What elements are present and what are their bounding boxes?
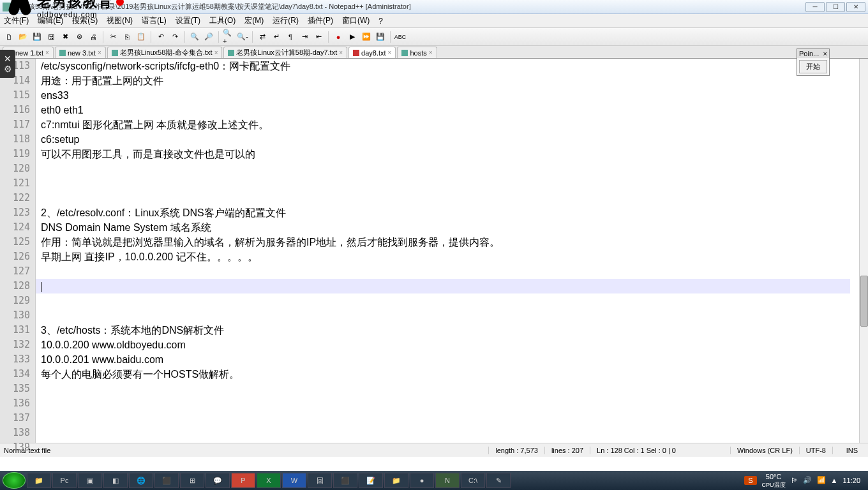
menu-item[interactable]: 文件(F): [4, 15, 29, 26]
task-app6[interactable]: ⊞: [180, 473, 204, 488]
task-ppt[interactable]: P: [231, 473, 255, 488]
code-line[interactable]: 可以不用图形工具，而是直接改文件也是可以的: [41, 147, 859, 161]
menu-item[interactable]: 搜索(S): [72, 15, 98, 26]
code-line[interactable]: [41, 440, 859, 455]
code-line[interactable]: 3、/etc/hosts：系统本地的DNS解析文件: [41, 323, 859, 338]
tray-time[interactable]: 11:20: [842, 477, 860, 484]
code-line[interactable]: 作用：简单说就是把浏览器里输入的域名，解析为服务器的IP地址，然后才能找到服务器…: [41, 235, 859, 249]
save-icon[interactable]: 💾: [31, 31, 43, 43]
code-line[interactable]: [41, 396, 859, 411]
showall-icon[interactable]: ¶: [284, 31, 297, 43]
task-cmd[interactable]: C:\: [461, 473, 485, 488]
indent-icon[interactable]: ⇥: [298, 31, 311, 43]
code-line[interactable]: 用途：用于配置上网的文件: [41, 73, 859, 88]
code-line[interactable]: eth0 eth1: [41, 103, 859, 117]
code-line[interactable]: 10.0.0.200 www.oldboyedu.com: [41, 338, 859, 352]
saveall-icon[interactable]: 🖫: [45, 31, 57, 43]
menu-item[interactable]: 语言(L): [142, 15, 167, 26]
code-line[interactable]: c6:setup: [41, 132, 859, 147]
code-line[interactable]: 早期上网 直接IP，10.0.0.200 记不住。。。。。: [41, 249, 859, 264]
task-app7[interactable]: 💬: [206, 473, 230, 488]
code-line[interactable]: [41, 161, 859, 176]
zoomin-icon[interactable]: 🔍+: [222, 31, 235, 43]
minimize-button[interactable]: ─: [805, 2, 825, 12]
side-handle[interactable]: ✕ ⚙: [0, 50, 15, 78]
close-button[interactable]: ✕: [846, 2, 865, 12]
task-excel[interactable]: X: [257, 473, 281, 488]
code-area[interactable]: /etc/sysconfig/network-scripts/ifcfg-eth…: [36, 59, 859, 443]
code-line[interactable]: [41, 426, 859, 440]
new-icon[interactable]: 🗋: [3, 31, 15, 43]
cut-icon[interactable]: ✂: [107, 31, 119, 43]
float-start-button[interactable]: 开始: [799, 60, 827, 73]
code-line[interactable]: [41, 191, 859, 205]
task-word[interactable]: W: [282, 473, 306, 488]
task-app1[interactable]: Pc: [52, 473, 77, 488]
tab[interactable]: 老男孩Linux云计算58期-day7.txt×: [223, 47, 347, 58]
float-panel[interactable]: Poin...× 开始: [797, 48, 830, 76]
menu-item[interactable]: ?: [378, 17, 383, 26]
task-app2[interactable]: ▣: [78, 473, 102, 488]
maximize-button[interactable]: ☐: [826, 2, 845, 12]
code-line[interactable]: [41, 411, 859, 426]
code-line[interactable]: c7:nmtui 图形化配置上网 本质就是修改上述文件。: [41, 117, 859, 132]
open-icon[interactable]: 📂: [17, 31, 29, 43]
task-app4[interactable]: 🌐: [129, 473, 153, 488]
tab-close-icon[interactable]: ×: [339, 49, 343, 56]
float-close-icon[interactable]: ×: [823, 50, 827, 57]
print-icon[interactable]: 🖨: [87, 31, 100, 43]
task-app3[interactable]: ◧: [103, 473, 128, 488]
tab-close-icon[interactable]: ×: [388, 49, 392, 56]
task-notes[interactable]: 📝: [359, 473, 383, 488]
menu-item[interactable]: 窗口(W): [342, 15, 370, 26]
sync-icon[interactable]: ⇄: [256, 31, 269, 43]
tab[interactable]: new 3.txt×: [55, 47, 106, 58]
record-icon[interactable]: ●: [332, 31, 345, 43]
savemacro-icon[interactable]: 💾: [374, 31, 387, 43]
code-line[interactable]: 每个人的电脑必须要有一个HOSTS做解析。: [41, 367, 859, 382]
task-npp[interactable]: N: [435, 473, 460, 488]
task-explorer[interactable]: 📁: [27, 473, 51, 488]
code-line[interactable]: [41, 264, 859, 279]
menu-item[interactable]: 编辑(E): [38, 15, 63, 26]
tray-ime-icon[interactable]: S: [744, 476, 756, 485]
code-line[interactable]: [41, 279, 859, 293]
paste-icon[interactable]: 📋: [135, 31, 147, 43]
code-line[interactable]: ens33: [41, 88, 859, 103]
scroll-thumb[interactable]: [860, 276, 868, 327]
menu-item[interactable]: 运行(R): [273, 15, 299, 26]
tray-vol-icon[interactable]: 📶: [817, 476, 826, 484]
code-line[interactable]: /etc/sysconfig/network-scripts/ifcfg-eth…: [41, 59, 859, 73]
task-term[interactable]: ⬛: [333, 473, 357, 488]
play-icon[interactable]: ▶: [346, 31, 359, 43]
tray-up-icon[interactable]: ▲: [831, 477, 838, 484]
undo-icon[interactable]: ↶: [154, 31, 167, 43]
closeall-icon[interactable]: ⊗: [73, 31, 86, 43]
tab[interactable]: day8.txt×: [348, 47, 396, 58]
code-line[interactable]: [41, 382, 859, 396]
playmulti-icon[interactable]: ⏩: [360, 31, 373, 43]
outdent-icon[interactable]: ⇤: [312, 31, 325, 43]
code-line[interactable]: 10.0.0.201 www.baidu.com: [41, 352, 859, 367]
start-button[interactable]: [3, 472, 26, 489]
task-vm[interactable]: 回: [308, 473, 332, 488]
task-folder[interactable]: 📁: [384, 473, 408, 488]
task-edit[interactable]: ✎: [486, 473, 511, 488]
spellcheck-icon[interactable]: ABC: [394, 31, 407, 43]
menu-item[interactable]: 工具(O): [209, 15, 236, 26]
menu-item[interactable]: 插件(P): [308, 15, 333, 26]
tray-net-icon[interactable]: 🔊: [803, 476, 812, 484]
wrap-icon[interactable]: ↵: [270, 31, 283, 43]
replace-icon[interactable]: 🔎: [202, 31, 215, 43]
redo-icon[interactable]: ↷: [168, 31, 181, 43]
task-app5[interactable]: ⬛: [154, 473, 179, 488]
menu-item[interactable]: 设置(T): [176, 15, 200, 26]
tab-close-icon[interactable]: ×: [98, 49, 101, 56]
copy-icon[interactable]: ⎘: [121, 31, 133, 43]
scrollbar[interactable]: [859, 59, 868, 443]
zoomout-icon[interactable]: 🔍-: [236, 31, 249, 43]
system-tray[interactable]: S 50°CCPU温度 🏳 🔊 📶 ▲ 11:20: [744, 473, 865, 489]
tray-flag-icon[interactable]: 🏳: [791, 477, 798, 484]
tab[interactable]: 老男孩Linux58期-命令集合.txt×: [107, 47, 223, 58]
find-icon[interactable]: 🔍: [188, 31, 201, 43]
